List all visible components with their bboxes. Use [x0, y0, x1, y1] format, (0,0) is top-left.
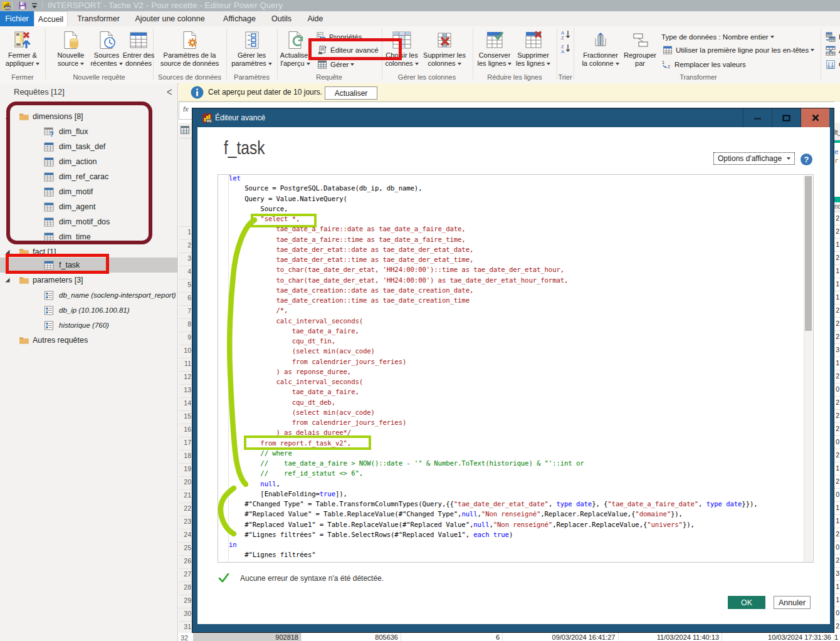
- grid-row-number: 26: [184, 557, 191, 565]
- sidebar-item-dim_time[interactable]: dim_time: [0, 229, 177, 244]
- sidebar-item-dim_ref_carac[interactable]: dim_ref_carac: [0, 169, 177, 184]
- ribbon-button-cut[interactable]: F: [826, 31, 840, 43]
- info-bar-message: Cet aperçu peut dater de 10 jours.: [208, 88, 322, 96]
- save-icon[interactable]: [18, 1, 27, 10]
- grid-cell-line: [834, 593, 840, 594]
- ok-button[interactable]: OK: [728, 596, 765, 609]
- svg-text:RS: RS: [207, 119, 212, 123]
- refresh-button[interactable]: Actualiser: [325, 86, 377, 100]
- sidebar-item-db_ip-10-106-100-81[interactable]: db_ip (10.106.100.81): [0, 303, 177, 318]
- tab-ajouter-une-colonne[interactable]: Ajouter une colonne: [129, 11, 211, 26]
- ribbon-button-g-rer[interactable]: Gérer: [317, 58, 354, 71]
- ribbon-button-param-tres-de-la[interactable]: Paramètres de lasource de données: [155, 29, 224, 67]
- refresh-preview-icon: [285, 30, 305, 50]
- help-icon[interactable]: ?: [801, 154, 812, 165]
- qat-dropdown-icon[interactable]: [31, 3, 38, 9]
- scrollbar-thumb[interactable]: [805, 176, 812, 331]
- sidebar-item-dimensions-8[interactable]: dimensions [8]: [0, 109, 177, 124]
- sidebar-item-label: fact [1]: [33, 248, 56, 256]
- ribbon-button-supprimer[interactable]: Supprimerles lignes: [499, 29, 568, 67]
- sort-za-icon[interactable]: ZA: [561, 44, 571, 53]
- grid-row-number: 18: [184, 452, 191, 459]
- sidebar-item-db_name-socleng-intersport_report[interactable]: db_name (socleng-intersport_report): [0, 288, 177, 303]
- ribbon-button-type-de-donn-es-nombre-entier[interactable]: Type de données : Nombre entier: [661, 31, 774, 43]
- grid-row-number: 16: [184, 425, 191, 433]
- tab-label: Affichage: [223, 14, 256, 23]
- tab-label: Accueil: [38, 15, 63, 24]
- close-icon[interactable]: [801, 108, 829, 127]
- ribbon-button-propri-t-s[interactable]: Propriétés: [316, 31, 362, 43]
- grid-row-number: 1: [187, 228, 191, 236]
- tab-aide[interactable]: Aide: [300, 11, 331, 26]
- table-icon: [44, 172, 54, 182]
- tab-transformer[interactable]: Transformer: [73, 11, 124, 26]
- sidebar-item-dim_agent[interactable]: dim_agent: [0, 199, 177, 214]
- sidebar-item-parameters-3[interactable]: parameters [3]: [0, 273, 177, 288]
- sidebar-item-dim_action[interactable]: dim_action: [0, 154, 177, 169]
- grid-row-number: 15: [184, 412, 191, 420]
- grid-row-line: [179, 279, 192, 279]
- grid-cell-value: 0: [836, 609, 839, 617]
- grid-cell-line: [834, 462, 840, 462]
- svg-text:Z: Z: [561, 35, 564, 40]
- grid-cell-line: [834, 304, 840, 305]
- sidebar-item-dim_flux[interactable]: ?dim_flux: [0, 124, 177, 139]
- grid-row-line: [179, 371, 192, 372]
- grid-row-number: 31: [184, 623, 191, 630]
- sidebar-item-autres-requ-tes[interactable]: Autres requêtes: [0, 333, 177, 348]
- grid-corner-button[interactable]: [179, 123, 193, 138]
- tab-outils[interactable]: Outils: [266, 11, 297, 26]
- collapse-pane-icon[interactable]: <: [167, 85, 172, 98]
- tree-expand-icon[interactable]: [4, 277, 11, 283]
- code-line: ) as reponse_duree,: [229, 367, 351, 377]
- grid-row-number: 6: [187, 294, 191, 301]
- grid-cell-value: 2: [836, 530, 839, 538]
- tab-affichage[interactable]: Affichage: [216, 11, 263, 26]
- code-line: from report.f_task_v2",: [229, 439, 351, 449]
- grid-row-number: 2: [187, 241, 191, 249]
- tab-accueil[interactable]: Accueil: [34, 11, 68, 26]
- code-editor-content[interactable]: let Source = PostgreSQL.Database(db_ip, …: [218, 175, 802, 562]
- grid-row-line: [179, 450, 192, 451]
- grid-row-line: [179, 555, 192, 556]
- ribbon-group-label: Requête: [316, 73, 342, 81]
- code-line: cqu_dt_fin,: [229, 336, 335, 347]
- sidebar-item-dim_motif_dos[interactable]: dim_motif_dos: [0, 214, 177, 229]
- ribbon-button-label: Type de données : Nombre entier: [661, 33, 769, 41]
- grid-cell-line: [834, 330, 840, 331]
- tree-expand-icon[interactable]: [4, 113, 11, 120]
- grid-row-number: 24: [184, 531, 191, 538]
- sort-az-icon[interactable]: AZ: [561, 30, 571, 39]
- display-options-dropdown[interactable]: Options d'affichage: [713, 152, 795, 165]
- sidebar-item-historique-760[interactable]: historique (760): [0, 318, 177, 333]
- ribbon-button-cut[interactable]: A: [826, 44, 840, 57]
- sidebar-item-label: dimensions [8]: [33, 112, 83, 121]
- tab-fichier[interactable]: Fichier: [0, 11, 34, 26]
- tab-label: Ajouter une colonne: [135, 14, 204, 23]
- sidebar-item-f_task[interactable]: f_task: [0, 258, 177, 273]
- code-editor-scrollbar[interactable]: [804, 175, 812, 562]
- ribbon-button-utiliser-la-premi-re-ligne-pour-les-en-t[interactable]: Utiliser la première ligne pour les en-t…: [663, 44, 814, 56]
- minimize-icon[interactable]: [743, 108, 772, 127]
- maximize-icon[interactable]: [772, 108, 801, 127]
- sidebar-item-dim_task_def[interactable]: dim_task_def: [0, 139, 177, 154]
- grid-row-line: [179, 581, 192, 582]
- code-line: // tae_date_a_faire > NOW()::date - '" &…: [229, 459, 584, 469]
- tree-expand-icon[interactable]: [4, 249, 11, 255]
- ribbon-button-cut[interactable]: C: [826, 58, 840, 71]
- grid-cell-line: [834, 291, 840, 291]
- ribbon-group-separator: [821, 28, 821, 80]
- grid-row-number: 14: [184, 399, 191, 407]
- cancel-button[interactable]: Annuler: [774, 596, 811, 609]
- grid-row-line: [179, 608, 192, 608]
- sidebar-item-dim_motif[interactable]: dim_motif: [0, 184, 177, 199]
- code-editor[interactable]: let Source = PostgreSQL.Database(db_ip, …: [218, 174, 814, 563]
- ribbon-button--diteur-avanc-[interactable]: Éditeur avancé: [317, 44, 379, 56]
- grid-cell-value: 1: [836, 280, 839, 288]
- ribbon-button-remplacer-les-valeurs[interactable]: 12Remplacer les valeurs: [661, 58, 746, 71]
- grid-cell-value: 3: [836, 346, 839, 353]
- grid-row-line: [179, 503, 192, 503]
- remove-columns-icon: [434, 30, 454, 50]
- syntax-status-message: Aucune erreur de syntaxe n'a été détecté…: [240, 574, 384, 583]
- code-line: #"Replaced Value" = Table.ReplaceValue(#…: [229, 509, 683, 519]
